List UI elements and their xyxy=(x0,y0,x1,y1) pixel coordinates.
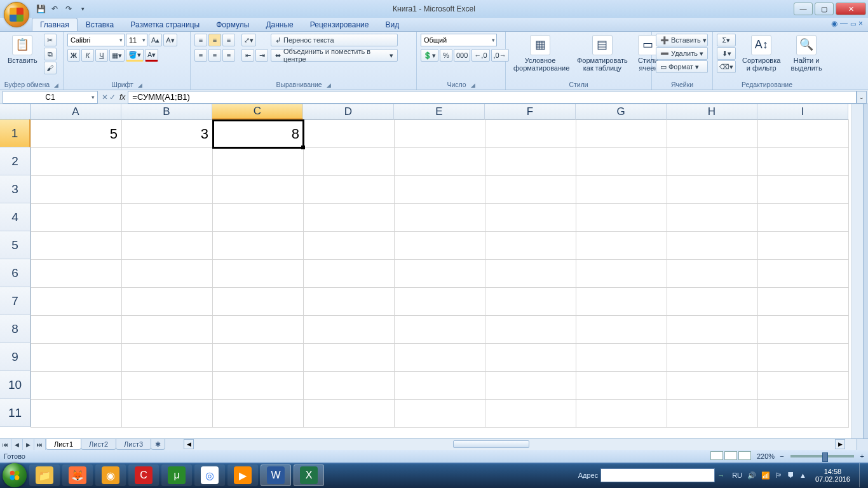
sort-filter-button[interactable]: A↕Сортировка и фильтр xyxy=(738,34,784,73)
tab-formulas[interactable]: Формулы xyxy=(208,18,257,31)
cell-B7[interactable] xyxy=(122,288,213,316)
decrease-indent-icon[interactable]: ⇤ xyxy=(241,49,254,62)
enter-formula-icon[interactable]: ✓ xyxy=(109,93,116,102)
tray-network-icon[interactable]: 📶 xyxy=(761,471,770,480)
cell-E6[interactable] xyxy=(395,260,485,288)
cell-E5[interactable] xyxy=(395,232,485,260)
col-header-G[interactable]: G xyxy=(576,104,667,119)
row-header-7[interactable]: 7 xyxy=(0,287,31,315)
delete-cells-button[interactable]: ➖Удалить▾ xyxy=(656,47,708,60)
orientation-icon[interactable]: ⤢▾ xyxy=(241,34,256,46)
cell-I7[interactable] xyxy=(758,288,849,316)
start-button[interactable] xyxy=(3,463,27,487)
cell-I2[interactable] xyxy=(758,148,849,176)
qat-save-icon[interactable]: 💾 xyxy=(35,3,46,15)
cell-B3[interactable] xyxy=(122,176,213,204)
office-button[interactable] xyxy=(4,2,29,27)
cell-D10[interactable] xyxy=(304,372,395,400)
tab-home[interactable]: Главная xyxy=(32,18,78,31)
row-header-4[interactable]: 4 xyxy=(0,203,31,231)
merge-center-button[interactable]: ⬌Объединить и поместить в центре ▾ xyxy=(271,49,398,62)
cell-B11[interactable] xyxy=(122,400,213,428)
row-header-9[interactable]: 9 xyxy=(0,343,31,371)
cell-I4[interactable] xyxy=(758,204,849,232)
cell-F8[interactable] xyxy=(485,316,576,344)
address-input[interactable] xyxy=(600,468,715,482)
zoom-level[interactable]: 220% xyxy=(757,452,775,460)
align-middle-icon[interactable]: ≡ xyxy=(208,34,221,46)
col-header-I[interactable]: I xyxy=(757,104,848,119)
vertical-split-handle[interactable] xyxy=(863,104,868,438)
cell-D3[interactable] xyxy=(304,176,395,204)
decrease-font-icon[interactable]: A▾ xyxy=(163,34,177,46)
cell-F4[interactable] xyxy=(485,204,576,232)
cell-C9[interactable] xyxy=(213,344,304,372)
row-header-10[interactable]: 10 xyxy=(0,371,31,399)
cell-I3[interactable] xyxy=(758,176,849,204)
taskbar-ccleaner[interactable]: C xyxy=(128,464,159,486)
cell-H8[interactable] xyxy=(667,316,758,344)
cell-D8[interactable] xyxy=(304,316,395,344)
cell-G6[interactable] xyxy=(576,260,667,288)
row-header-8[interactable]: 8 xyxy=(0,315,31,343)
hscroll-thumb[interactable] xyxy=(453,440,529,448)
qat-redo-icon[interactable]: ↷ xyxy=(63,3,74,15)
cell-G11[interactable] xyxy=(576,400,667,428)
fx-icon[interactable]: fx xyxy=(119,93,125,102)
cell-G7[interactable] xyxy=(576,288,667,316)
sheet-tab-new[interactable]: ✱ xyxy=(151,439,165,450)
cell-A4[interactable] xyxy=(31,204,122,232)
increase-indent-icon[interactable]: ⇥ xyxy=(255,49,268,62)
row-header-3[interactable]: 3 xyxy=(0,175,31,203)
tab-page-layout[interactable]: Разметка страницы xyxy=(122,18,208,31)
sheet-tab-1[interactable]: Лист1 xyxy=(46,439,81,450)
col-header-C[interactable]: C xyxy=(212,104,303,119)
cell-D1[interactable] xyxy=(304,120,395,148)
italic-button[interactable]: К xyxy=(81,49,94,62)
cell-D2[interactable] xyxy=(304,148,395,176)
cell-D6[interactable] xyxy=(304,260,395,288)
alignment-launcher-icon[interactable]: ◢ xyxy=(327,82,331,88)
cell-G9[interactable] xyxy=(576,344,667,372)
cell-H11[interactable] xyxy=(667,400,758,428)
taskbar-firefox[interactable]: 🦊 xyxy=(62,464,93,486)
font-color-icon[interactable]: A▾ xyxy=(145,49,158,62)
cell-H5[interactable] xyxy=(667,232,758,260)
tab-nav-last-icon[interactable]: ⏭ xyxy=(34,439,46,450)
increase-font-icon[interactable]: A▴ xyxy=(149,34,162,46)
cell-G3[interactable] xyxy=(576,176,667,204)
cell-A1[interactable]: 5 xyxy=(31,120,122,148)
bold-button[interactable]: Ж xyxy=(67,49,80,62)
taskbar-explorer[interactable]: 📁 xyxy=(29,464,60,486)
cell-H9[interactable] xyxy=(667,344,758,372)
cell-C8[interactable] xyxy=(213,316,304,344)
ribbon-minimize-button[interactable]: — xyxy=(840,19,848,28)
sheet-tab-2[interactable]: Лист2 xyxy=(81,439,116,450)
cell-F7[interactable] xyxy=(485,288,576,316)
cell-H6[interactable] xyxy=(667,260,758,288)
row-header-6[interactable]: 6 xyxy=(0,259,31,287)
cell-C10[interactable] xyxy=(213,372,304,400)
cell-A9[interactable] xyxy=(31,344,122,372)
tab-nav-next-icon[interactable]: ▶ xyxy=(23,439,34,450)
format-as-table-button[interactable]: ▤Форматировать как таблицу xyxy=(573,34,632,73)
cell-C1[interactable]: 8 xyxy=(213,120,304,148)
borders-icon[interactable]: ▦▾ xyxy=(109,49,125,62)
cell-E1[interactable] xyxy=(395,120,485,148)
cell-C6[interactable] xyxy=(213,260,304,288)
align-top-icon[interactable]: ≡ xyxy=(194,34,207,46)
taskbar-chrome[interactable]: ◎ xyxy=(194,464,225,486)
cell-B9[interactable] xyxy=(122,344,213,372)
taskbar-wmp[interactable]: ▶ xyxy=(227,464,258,486)
tray-flag-icon[interactable]: 🏳 xyxy=(775,471,782,479)
align-center-icon[interactable]: ≡ xyxy=(208,49,221,62)
zoom-in-icon[interactable]: + xyxy=(860,452,864,460)
tray-chevron-icon[interactable]: ▲ xyxy=(799,471,806,479)
cell-D9[interactable] xyxy=(304,344,395,372)
cell-A6[interactable] xyxy=(31,260,122,288)
ribbon-close-button[interactable]: × xyxy=(858,19,863,28)
cell-B2[interactable] xyxy=(122,148,213,176)
row-header-11[interactable]: 11 xyxy=(0,399,31,427)
col-header-H[interactable]: H xyxy=(667,104,757,119)
cell-C2[interactable] xyxy=(213,148,304,176)
